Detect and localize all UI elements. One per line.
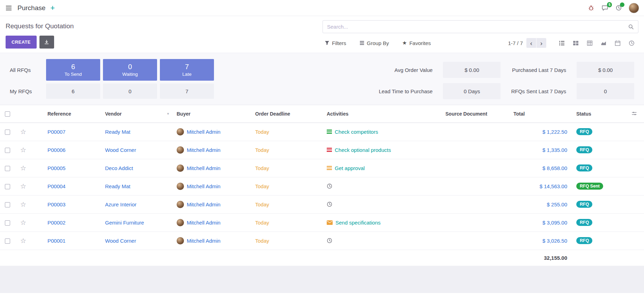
view-pivot-icon[interactable] [583, 37, 597, 49]
rfq-activity[interactable]: Send specifications [327, 220, 438, 226]
favorite-star-icon[interactable]: ☆ [20, 219, 26, 226]
messages-icon[interactable]: 5 [601, 5, 609, 12]
row-select-checkbox[interactable] [5, 184, 10, 189]
rfq-activity[interactable] [327, 238, 438, 243]
view-graph-icon[interactable] [597, 37, 610, 49]
rfq-vendor-link[interactable]: Gemini Furniture [105, 220, 144, 226]
rfq-vendor-link[interactable]: Ready Mat [105, 129, 131, 135]
filters-button[interactable]: Filters [323, 40, 348, 46]
table-row[interactable]: ☆ P00005 Deco Addict Mitchell Admin Toda… [0, 159, 644, 177]
rfq-buyer-link[interactable]: Mitchell Admin [187, 165, 221, 171]
favorite-star-icon[interactable]: ☆ [20, 201, 26, 208]
row-select-checkbox[interactable] [5, 166, 10, 171]
view-dashboard-clock-icon[interactable] [624, 37, 638, 49]
tile-late[interactable]: 7 Late [160, 59, 214, 81]
rfq-vendor-link[interactable]: Wood Corner [105, 147, 136, 153]
user-avatar[interactable] [629, 3, 639, 13]
rfq-buyer-link[interactable]: Mitchell Admin [187, 183, 221, 189]
group-by-button[interactable]: Group By [357, 40, 391, 46]
rfq-buyer-link[interactable]: Mitchell Admin [187, 129, 221, 135]
rfq-total: $ 1,335.00 [542, 147, 567, 153]
rfq-reference-link[interactable]: P00005 [47, 165, 66, 171]
control-panel: Requests for Quotation CREATE Filters [0, 16, 644, 53]
debug-bug-icon[interactable] [587, 4, 595, 12]
tile-waiting[interactable]: 0 Waiting [103, 59, 157, 81]
rfq-activity[interactable] [327, 201, 438, 207]
rfq-vendor-link[interactable]: Azure Interior [105, 201, 136, 207]
favorites-button[interactable]: ★ Favorites [400, 39, 433, 46]
rfq-activity[interactable] [327, 183, 438, 189]
table-row[interactable]: ☆ P00002 Gemini Furniture Mitchell Admin… [0, 213, 644, 232]
pager-next-button[interactable]: › [536, 38, 546, 48]
rfq-activity[interactable]: Check optional products [327, 147, 438, 153]
row-select-checkbox[interactable] [5, 238, 10, 244]
rfq-activity[interactable]: Get approval [327, 165, 438, 171]
rfq-reference-link[interactable]: P00004 [47, 183, 66, 189]
select-all-checkbox[interactable] [5, 111, 10, 117]
rfq-vendor-link[interactable]: Ready Mat [105, 183, 131, 189]
tile-my-late[interactable]: 7 [160, 83, 214, 99]
rfq-reference-link[interactable]: P00006 [47, 147, 66, 153]
rfq-reference-link[interactable]: P00002 [47, 220, 66, 226]
table-row[interactable]: ☆ P00003 Azure Interior Mitchell Admin T… [0, 195, 644, 213]
rfq-vendor-link[interactable]: Wood Corner [105, 238, 136, 244]
rfq-reference-link[interactable]: P00007 [47, 129, 66, 135]
sort-caret-icon[interactable]: ▼ [166, 112, 170, 116]
rfq-reference-link[interactable]: P00001 [47, 238, 66, 244]
favorite-star-icon[interactable]: ☆ [20, 146, 26, 154]
column-header-reference[interactable]: Reference [44, 105, 102, 123]
buyer-avatar [177, 128, 184, 135]
rfq-activity[interactable]: Check competitors [327, 129, 438, 135]
search-bar[interactable] [323, 20, 638, 33]
metric-avg-order-value: $ 0.00 [443, 62, 501, 78]
activity-label[interactable]: Get approval [335, 165, 365, 171]
app-name[interactable]: Purchase [17, 4, 45, 12]
activity-label[interactable]: Check competitors [335, 129, 378, 135]
tile-my-to-send[interactable]: 6 [46, 83, 100, 99]
table-row[interactable]: ☆ P00007 Ready Mat Mitchell Admin Today … [0, 123, 644, 141]
rfq-buyer-link[interactable]: Mitchell Admin [187, 147, 221, 153]
rfq-buyer-link[interactable]: Mitchell Admin [187, 220, 221, 226]
search-icon[interactable] [628, 23, 635, 30]
favorite-star-icon[interactable]: ☆ [20, 128, 26, 135]
create-button[interactable]: CREATE [6, 36, 37, 49]
activity-label[interactable]: Check optional products [335, 147, 391, 153]
tile-to-send[interactable]: 6 To Send [46, 59, 100, 81]
rfq-buyer-link[interactable]: Mitchell Admin [187, 238, 221, 244]
table-row[interactable]: ☆ P00004 Ready Mat Mitchell Admin Today … [0, 177, 644, 195]
column-header-order-deadline[interactable]: Order Deadline [252, 105, 323, 123]
column-header-source-document[interactable]: Source Document [442, 105, 510, 123]
optional-columns-icon[interactable] [631, 110, 638, 117]
activity-icon [327, 130, 332, 134]
column-header-activities[interactable]: Activities [323, 105, 442, 123]
rfq-reference-link[interactable]: P00003 [47, 201, 66, 207]
activity-label[interactable]: Send specifications [335, 220, 380, 226]
menu-icon[interactable] [5, 5, 13, 11]
export-button[interactable] [39, 36, 54, 49]
favorite-star-icon[interactable]: ☆ [20, 183, 26, 190]
row-select-checkbox[interactable] [5, 202, 10, 207]
view-calendar-icon[interactable] [610, 37, 624, 49]
column-header-status[interactable]: Status [573, 105, 615, 123]
activities-clock-icon[interactable] [615, 4, 622, 12]
pager-previous-button[interactable]: ‹ [526, 38, 536, 48]
view-list-icon[interactable] [555, 37, 569, 49]
rfq-vendor-link[interactable]: Deco Addict [105, 165, 133, 171]
view-kanban-icon[interactable] [569, 37, 583, 49]
table-row[interactable]: ☆ P00006 Wood Corner Mitchell Admin Toda… [0, 141, 644, 159]
favorite-star-icon[interactable]: ☆ [20, 237, 26, 244]
favorite-star-icon[interactable]: ☆ [20, 164, 26, 172]
column-header-buyer[interactable]: Buyer [173, 105, 252, 123]
row-select-checkbox[interactable] [5, 130, 10, 135]
favorites-star-icon: ★ [402, 40, 407, 46]
new-tab-plus-icon[interactable]: + [50, 4, 55, 12]
tile-my-waiting[interactable]: 0 [103, 83, 157, 99]
row-select-checkbox[interactable] [5, 148, 10, 153]
column-header-vendor[interactable]: Vendor ▼ [102, 105, 173, 123]
row-select-checkbox[interactable] [5, 220, 10, 226]
rfq-buyer-link[interactable]: Mitchell Admin [187, 201, 221, 207]
table-row[interactable]: ☆ P00001 Wood Corner Mitchell Admin Toda… [0, 232, 644, 250]
top-navbar: Purchase + 5 [0, 0, 644, 16]
column-header-total[interactable]: Total [510, 105, 573, 123]
search-input[interactable] [326, 23, 628, 30]
